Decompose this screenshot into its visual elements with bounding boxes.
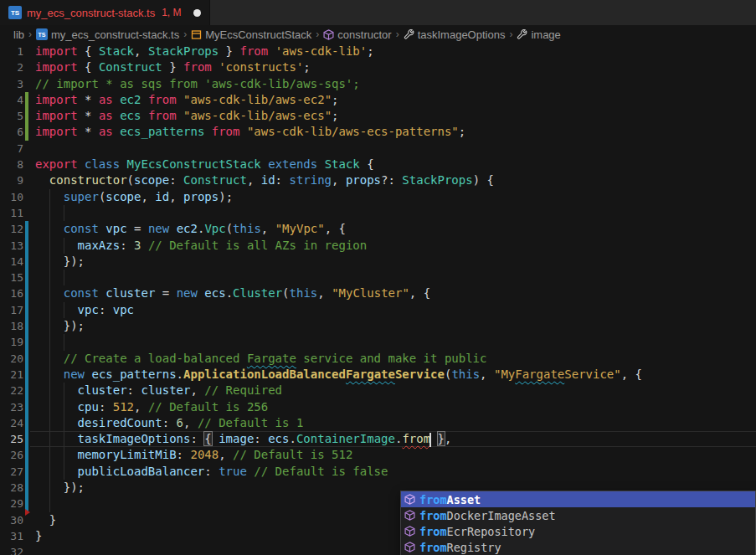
code-line-17[interactable]: 17 vpc: vpc — [0, 302, 756, 318]
code-line-26[interactable]: 26 memoryLimitMiB: 2048, // Default is 5… — [0, 447, 756, 463]
gutter-diff-slot — [23, 464, 30, 480]
line-text: super(scope, id, props); — [30, 189, 756, 205]
indent-guide — [64, 383, 64, 398]
line-number-23[interactable]: 23 — [0, 399, 23, 415]
diff-modified-bar — [25, 399, 28, 415]
line-number-13[interactable]: 13 — [0, 238, 23, 254]
indent-guide — [49, 318, 50, 334]
suggest-item-fromEcrRepository[interactable]: fromEcrRepository — [401, 523, 755, 539]
code-line-6[interactable]: 6import * as ecs_patterns from "aws-cdk-… — [0, 124, 756, 140]
line-number-1[interactable]: 1 — [0, 44, 23, 59]
line-text — [30, 205, 756, 221]
code-line-23[interactable]: 23 cpu: 512, // Default is 256 — [0, 399, 756, 415]
line-number-22[interactable]: 22 — [0, 383, 23, 398]
line-number-6[interactable]: 6 — [0, 124, 23, 140]
line-number-18[interactable]: 18 — [0, 318, 23, 334]
code-line-10[interactable]: 10 super(scope, id, props); — [0, 189, 756, 205]
line-number-7[interactable]: 7 — [0, 141, 23, 157]
line-number-11[interactable]: 11 — [0, 205, 23, 221]
breadcrumb-item-my-ecs-construct-stack-ts[interactable]: TSmy_ecs_construct-stack.ts — [36, 28, 179, 41]
code-line-27[interactable]: 27 publicLoadBalancer: true // Default i… — [0, 464, 756, 480]
line-number-19[interactable]: 19 — [0, 334, 23, 350]
diff-modified-bar — [25, 318, 28, 334]
gutter-diff-slot — [23, 76, 30, 92]
line-number-3[interactable]: 3 — [0, 76, 23, 92]
line-number-15[interactable]: 15 — [0, 270, 23, 285]
code-line-1[interactable]: 1import { Stack, StackProps } from 'aws-… — [0, 44, 756, 59]
diff-modified-bar — [25, 302, 28, 318]
code-line-13[interactable]: 13 maxAzs: 3 // Default is all AZs in re… — [0, 238, 756, 254]
breadcrumb-item-taskimageoptions[interactable]: taskImageOptions — [404, 28, 506, 41]
line-number-27[interactable]: 27 — [0, 464, 23, 480]
suggest-label: fromAsset — [419, 493, 481, 506]
code-line-11[interactable]: 11 — [0, 205, 756, 221]
line-text: }); — [30, 254, 756, 270]
breadcrumb-item-image[interactable]: image — [517, 28, 560, 41]
line-number-5[interactable]: 5 — [0, 108, 23, 124]
breadcrumb-item-lib[interactable]: lib — [13, 28, 24, 41]
line-number-29[interactable]: 29 — [0, 496, 23, 511]
breadcrumb-separator-icon: › — [27, 28, 33, 40]
code-line-20[interactable]: 20 // Create a load-balanced Fargate ser… — [0, 351, 756, 367]
gutter-diff-slot — [23, 205, 30, 221]
line-number-32[interactable]: 32 — [0, 544, 23, 555]
breadcrumb-item-myecsconstructstack[interactable]: MyEcsConstructStack — [191, 28, 311, 41]
line-number-28[interactable]: 28 — [0, 480, 23, 496]
diff-modified-bar — [25, 464, 28, 480]
line-number-25[interactable]: 25 — [0, 431, 23, 447]
code-line-15[interactable]: 15 — [0, 270, 756, 285]
gutter-diff-slot — [23, 383, 30, 398]
line-text: import { Construct } from 'constructs'; — [30, 59, 756, 75]
line-number-30[interactable]: 30 — [0, 512, 23, 528]
line-number-9[interactable]: 9 — [0, 172, 23, 188]
code-line-19[interactable]: 19 — [0, 334, 756, 350]
diff-added-bar — [25, 108, 28, 124]
line-number-16[interactable]: 16 — [0, 285, 23, 301]
suggest-item-fromDockerImageAsset[interactable]: fromDockerImageAsset — [401, 507, 755, 523]
code-line-2[interactable]: 2import { Construct } from 'constructs'; — [0, 59, 756, 75]
code-line-7[interactable]: 7 — [0, 141, 756, 157]
typescript-file-icon: TS — [36, 28, 48, 40]
code-line-21[interactable]: 21 new ecs_patterns.ApplicationLoadBalan… — [0, 367, 756, 383]
breadcrumb-separator-icon: › — [314, 28, 321, 40]
line-number-21[interactable]: 21 — [0, 367, 23, 383]
line-number-8[interactable]: 8 — [0, 157, 23, 172]
code-line-22[interactable]: 22 cluster: cluster, // Required — [0, 383, 756, 398]
suggest-item-fromRegistry[interactable]: fromRegistry — [401, 539, 755, 555]
gutter-diff-slot — [23, 189, 30, 205]
breadcrumb-item-constructor[interactable]: constructor — [323, 28, 391, 41]
code-line-3[interactable]: 3// import * as sqs from 'aws-cdk-lib/aw… — [0, 76, 756, 92]
suggest-item-fromAsset[interactable]: fromAsset — [401, 491, 755, 507]
gutter-diff-slot — [23, 44, 30, 59]
code-line-9[interactable]: 9 constructor(scope: Construct, id: stri… — [0, 172, 756, 188]
line-number-12[interactable]: 12 — [0, 221, 23, 237]
code-line-4[interactable]: 4import * as ec2 from "aws-cdk-lib/aws-e… — [0, 92, 756, 108]
line-number-2[interactable]: 2 — [0, 59, 23, 75]
tab-my-ecs-construct-stack[interactable]: TS my_ecs_construct-stack.ts 1, M — [0, 0, 210, 25]
line-text: constructor(scope: Construct, id: string… — [30, 172, 756, 188]
code-line-5[interactable]: 5import * as ecs from "aws-cdk-lib/aws-e… — [0, 108, 756, 124]
line-number-26[interactable]: 26 — [0, 447, 23, 463]
code-line-8[interactable]: 8export class MyEcsConstructStack extend… — [0, 157, 756, 172]
code-line-25[interactable]: 25 taskImageOptions: { image: ecs.Contai… — [0, 431, 756, 447]
line-number-20[interactable]: 20 — [0, 351, 23, 367]
line-number-24[interactable]: 24 — [0, 415, 23, 431]
indent-guide — [49, 496, 50, 511]
line-number-10[interactable]: 10 — [0, 189, 23, 205]
diff-modified-bar — [25, 334, 28, 350]
method-cube-icon — [404, 542, 415, 552]
code-line-16[interactable]: 16 const cluster = new ecs.Cluster(this,… — [0, 285, 756, 301]
indent-guide — [49, 189, 50, 205]
code-editor[interactable]: 1import { Stack, StackProps } from 'aws-… — [0, 44, 756, 555]
suggest-list: fromAssetfromDockerImageAssetfromEcrRepo… — [401, 491, 755, 555]
unsaved-dot-icon[interactable] — [193, 9, 201, 17]
code-line-12[interactable]: 12 const vpc = new ec2.Vpc(this, "MyVpc"… — [0, 221, 756, 237]
wrench-icon — [404, 29, 414, 40]
line-number-17[interactable]: 17 — [0, 302, 23, 318]
line-number-4[interactable]: 4 — [0, 92, 23, 108]
code-line-14[interactable]: 14 }); — [0, 254, 756, 270]
code-line-18[interactable]: 18 }); — [0, 318, 756, 334]
line-number-14[interactable]: 14 — [0, 254, 23, 270]
code-line-24[interactable]: 24 desiredCount: 6, // Default is 1 — [0, 415, 756, 431]
line-number-31[interactable]: 31 — [0, 528, 23, 544]
